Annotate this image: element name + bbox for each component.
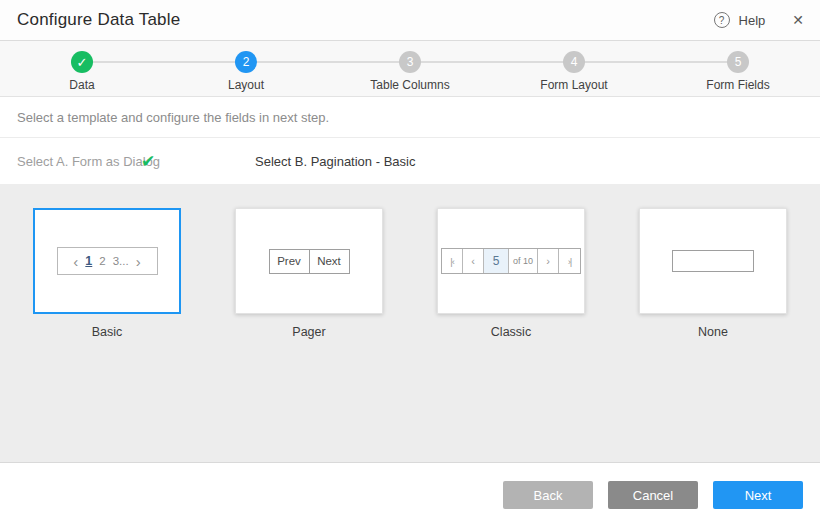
- template-classic: |‹ ‹ 5 of 10 › ›| Classic: [437, 208, 585, 339]
- template-card-none[interactable]: [639, 208, 787, 314]
- template-gallery: ‹ 1 2 3... › Basic Prev Next Pager: [0, 184, 820, 463]
- page-2: 2: [99, 255, 105, 267]
- last-page-icon: ›|: [559, 249, 580, 273]
- next-chevron-icon: ›: [538, 249, 559, 273]
- step-layout[interactable]: 2 Layout: [164, 41, 328, 96]
- next-chevron-icon: ›: [136, 254, 141, 269]
- step-number: 2: [235, 51, 257, 73]
- step-label: Table Columns: [370, 78, 449, 92]
- pagination-basic-preview: ‹ 1 2 3... ›: [57, 247, 158, 275]
- template-none: None: [639, 208, 787, 339]
- step-data[interactable]: ✓ Data: [0, 41, 164, 96]
- prev-chevron-icon: ‹: [463, 249, 484, 273]
- dialog-footer: Back Cancel Next: [0, 463, 820, 518]
- pagination-classic-preview: |‹ ‹ 5 of 10 › ›|: [441, 248, 581, 274]
- prev-chevron-icon: ‹: [73, 254, 78, 269]
- next-button[interactable]: Next: [713, 481, 803, 509]
- wizard-stepper: ✓ Data 2 Layout 3 Table Columns 4 Form L…: [0, 41, 820, 97]
- back-button[interactable]: Back: [503, 481, 593, 509]
- empty-pagination-preview: [672, 250, 754, 272]
- template-label-pager: Pager: [292, 325, 325, 339]
- step-label: Layout: [228, 78, 264, 92]
- help-button[interactable]: Help: [739, 13, 766, 28]
- step-table-columns[interactable]: 3 Table Columns: [328, 41, 492, 96]
- select-a-form-as-dialog[interactable]: Select A. Form as Dialog: [17, 154, 160, 169]
- help-icon[interactable]: ?: [714, 12, 730, 28]
- template-label-classic: Classic: [491, 325, 531, 339]
- template-label-none: None: [698, 325, 728, 339]
- current-page-cell: 5: [484, 249, 509, 273]
- cancel-button[interactable]: Cancel: [608, 481, 698, 509]
- step-form-fields[interactable]: 5 Form Fields: [656, 41, 820, 96]
- prev-button-preview: Prev: [269, 249, 310, 274]
- page-count-cell: of 10: [509, 249, 538, 273]
- template-basic: ‹ 1 2 3... › Basic: [33, 208, 181, 339]
- select-b-pagination-basic[interactable]: Select B. Pagination - Basic: [255, 154, 415, 169]
- page-title: Configure Data Table: [17, 10, 180, 30]
- dialog-header: Configure Data Table ? Help ✕: [0, 0, 820, 41]
- check-icon: ✔: [141, 153, 155, 170]
- step-number: 3: [399, 51, 421, 73]
- template-pager: Prev Next Pager: [235, 208, 383, 339]
- page-1-current: 1: [85, 254, 92, 268]
- header-actions: ? Help ✕: [714, 12, 804, 28]
- pagination-pager-preview: Prev Next: [269, 249, 350, 274]
- close-icon[interactable]: ✕: [792, 13, 804, 27]
- step-number: 5: [727, 51, 749, 73]
- step-number: 4: [563, 51, 585, 73]
- step-form-layout[interactable]: 4 Form Layout: [492, 41, 656, 96]
- step-label: Data: [69, 78, 94, 92]
- instruction-text: Select a template and configure the fiel…: [0, 97, 820, 138]
- configure-data-table-dialog: Configure Data Table ? Help ✕ ✓ Data 2 L…: [0, 0, 820, 518]
- template-label-basic: Basic: [92, 325, 123, 339]
- template-card-classic[interactable]: |‹ ‹ 5 of 10 › ›|: [437, 208, 585, 314]
- page-3-ellipsis: 3...: [113, 255, 129, 267]
- step-label: Form Fields: [706, 78, 769, 92]
- selection-summary-bar: Select A. Form as Dialog ✔ Select B. Pag…: [0, 138, 820, 184]
- template-card-basic[interactable]: ‹ 1 2 3... ›: [33, 208, 181, 314]
- template-card-pager[interactable]: Prev Next: [235, 208, 383, 314]
- next-button-preview: Next: [309, 249, 350, 274]
- first-page-icon: |‹: [442, 249, 463, 273]
- step-complete-check-icon: ✓: [71, 51, 93, 73]
- step-label: Form Layout: [540, 78, 607, 92]
